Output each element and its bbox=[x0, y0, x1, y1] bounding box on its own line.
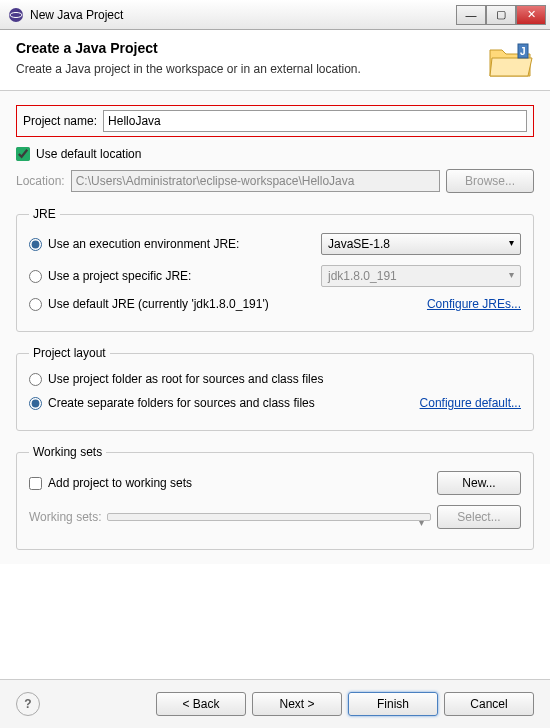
working-sets-legend: Working sets bbox=[29, 445, 106, 459]
use-default-location-label: Use default location bbox=[36, 147, 141, 161]
close-button[interactable]: ✕ bbox=[516, 5, 546, 25]
jre-env-radio[interactable] bbox=[29, 238, 42, 251]
layout-legend: Project layout bbox=[29, 346, 110, 360]
jre-env-select[interactable]: JavaSE-1.8 bbox=[321, 233, 521, 255]
next-button[interactable]: Next > bbox=[252, 692, 342, 716]
layout-separate-radio[interactable] bbox=[29, 397, 42, 410]
use-default-location-row: Use default location bbox=[16, 147, 534, 161]
svg-text:J: J bbox=[520, 46, 526, 57]
configure-jres-link[interactable]: Configure JREs... bbox=[427, 297, 521, 311]
jre-group: JRE Use an execution environment JRE: Ja… bbox=[16, 207, 534, 332]
working-sets-group: Working sets Add project to working sets… bbox=[16, 445, 534, 550]
wizard-header: Create a Java Project Create a Java proj… bbox=[0, 30, 550, 91]
jre-specific-radio[interactable] bbox=[29, 270, 42, 283]
content-area: Project name: Use default location Locat… bbox=[0, 91, 550, 564]
working-sets-label: Working sets: bbox=[29, 510, 101, 524]
minimize-button[interactable]: — bbox=[456, 5, 486, 25]
jre-specific-label: Use a project specific JRE: bbox=[48, 269, 315, 283]
location-row: Location: Browse... bbox=[16, 169, 534, 193]
jre-default-label: Use default JRE (currently 'jdk1.8.0_191… bbox=[48, 297, 421, 311]
browse-button[interactable]: Browse... bbox=[446, 169, 534, 193]
layout-root-label: Use project folder as root for sources a… bbox=[48, 372, 521, 386]
jre-specific-select: jdk1.8.0_191 bbox=[321, 265, 521, 287]
page-subtitle: Create a Java project in the workspace o… bbox=[16, 62, 486, 76]
project-name-label: Project name: bbox=[23, 114, 97, 128]
jre-default-radio[interactable] bbox=[29, 298, 42, 311]
window-title: New Java Project bbox=[30, 8, 456, 22]
eclipse-icon bbox=[8, 7, 24, 23]
folder-icon: J bbox=[486, 40, 534, 80]
cancel-button[interactable]: Cancel bbox=[444, 692, 534, 716]
back-button[interactable]: < Back bbox=[156, 692, 246, 716]
new-working-set-button[interactable]: New... bbox=[437, 471, 521, 495]
jre-legend: JRE bbox=[29, 207, 60, 221]
finish-button[interactable]: Finish bbox=[348, 692, 438, 716]
help-button[interactable]: ? bbox=[16, 692, 40, 716]
location-input bbox=[71, 170, 440, 192]
titlebar: New Java Project — ▢ ✕ bbox=[0, 0, 550, 30]
add-to-working-sets-checkbox[interactable] bbox=[29, 477, 42, 490]
jre-env-label: Use an execution environment JRE: bbox=[48, 237, 315, 251]
location-label: Location: bbox=[16, 174, 65, 188]
working-sets-select bbox=[107, 513, 431, 521]
project-name-input[interactable] bbox=[103, 110, 527, 132]
svg-point-0 bbox=[9, 8, 23, 22]
layout-separate-label: Create separate folders for sources and … bbox=[48, 396, 414, 410]
add-to-working-sets-label: Add project to working sets bbox=[48, 476, 431, 490]
use-default-location-checkbox[interactable] bbox=[16, 147, 30, 161]
project-layout-group: Project layout Use project folder as roo… bbox=[16, 346, 534, 431]
maximize-button[interactable]: ▢ bbox=[486, 5, 516, 25]
select-working-sets-button[interactable]: Select... bbox=[437, 505, 521, 529]
project-name-row: Project name: bbox=[16, 105, 534, 137]
button-bar: ? < Back Next > Finish Cancel bbox=[0, 679, 550, 728]
layout-root-radio[interactable] bbox=[29, 373, 42, 386]
page-title: Create a Java Project bbox=[16, 40, 486, 56]
configure-default-link[interactable]: Configure default... bbox=[420, 396, 521, 410]
